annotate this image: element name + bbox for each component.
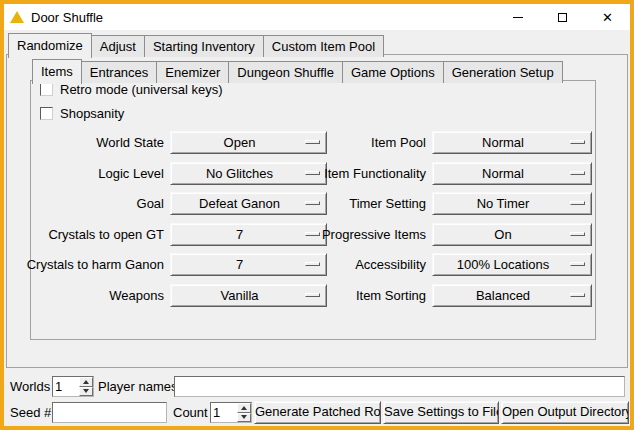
crystals-gt-label: Crystals to open GT — [14, 223, 164, 246]
count-input[interactable] — [211, 403, 237, 422]
checkbox-icon — [40, 107, 53, 120]
tab-enemizer[interactable]: Enemizer — [156, 61, 229, 83]
item-pool-dropdown[interactable]: Normal — [432, 131, 592, 154]
shopsanity-checkbox[interactable]: Shopsanity — [40, 106, 124, 121]
tab-items[interactable]: Items — [32, 59, 82, 84]
open-output-directory-button[interactable]: Open Output Directory — [501, 401, 629, 424]
dropdown-indicator-icon — [570, 232, 585, 236]
spin-down-icon — [83, 389, 89, 393]
outer-tab-bar: Randomize Adjust Starting Inventory Cust… — [8, 33, 384, 57]
accessibility-dropdown[interactable]: 100% Locations — [432, 253, 592, 276]
item-functionality-value: Normal — [433, 163, 591, 184]
spin-up-icon — [241, 406, 247, 410]
timer-setting-value: No Timer — [433, 193, 591, 214]
worlds-input[interactable] — [53, 377, 79, 396]
seed-input[interactable] — [52, 402, 167, 423]
progressive-items-dropdown[interactable]: On — [432, 223, 592, 246]
shopsanity-label: Shopsanity — [60, 106, 124, 121]
checkbox-icon — [40, 83, 53, 96]
dropdown-indicator-icon — [570, 140, 585, 144]
maximize-button[interactable] — [540, 4, 585, 30]
app-icon — [9, 9, 25, 25]
app-window: Door Shuffle ✕ Randomize Adjust Starting… — [0, 0, 634, 430]
count-spin-buttons — [237, 403, 251, 422]
worlds-spin-up[interactable] — [79, 377, 93, 387]
retro-mode-label: Retro mode (universal keys) — [60, 82, 223, 97]
maximize-icon — [558, 13, 567, 22]
retro-mode-checkbox[interactable]: Retro mode (universal keys) — [40, 82, 223, 97]
window-controls: ✕ — [495, 4, 630, 30]
goal-label: Goal — [14, 192, 164, 215]
minimize-button[interactable] — [495, 4, 540, 30]
tab-dungeon-shuffle[interactable]: Dungeon Shuffle — [228, 61, 343, 83]
worlds-label: Worlds — [10, 376, 50, 397]
save-settings-button[interactable]: Save Settings to File — [383, 401, 499, 424]
progressive-items-label: Progressive Items — [284, 223, 426, 246]
item-sorting-dropdown[interactable]: Balanced — [432, 284, 592, 307]
logic-level-label: Logic Level — [14, 162, 164, 185]
item-pool-label: Item Pool — [284, 131, 426, 154]
crystals-ganon-label: Crystals to harm Ganon — [14, 253, 164, 276]
inner-tab-bar: Items Entrances Enemizer Dungeon Shuffle… — [32, 59, 563, 83]
worlds-spin-down[interactable] — [79, 387, 93, 397]
timer-setting-dropdown[interactable]: No Timer — [432, 192, 592, 215]
window-content: Randomize Adjust Starting Inventory Cust… — [4, 30, 630, 426]
close-icon: ✕ — [602, 10, 613, 25]
worlds-spinner[interactable] — [52, 376, 94, 397]
close-button[interactable]: ✕ — [585, 4, 630, 30]
count-spin-up[interactable] — [237, 403, 251, 413]
accessibility-label: Accessibility — [284, 253, 426, 276]
player-names-label: Player names — [98, 376, 177, 397]
seed-label: Seed # — [10, 402, 51, 423]
spin-up-icon — [83, 380, 89, 384]
window-title: Door Shuffle — [31, 10, 103, 25]
item-sorting-value: Balanced — [433, 285, 591, 306]
worlds-spin-buttons — [79, 377, 93, 396]
tab-randomize[interactable]: Randomize — [8, 33, 92, 58]
item-functionality-label: Item Functionality — [284, 162, 426, 185]
tab-game-options[interactable]: Game Options — [342, 61, 444, 83]
weapons-label: Weapons — [14, 284, 164, 307]
timer-setting-label: Timer Setting — [284, 192, 426, 215]
world-state-label: World State — [14, 131, 164, 154]
generate-patched-rom-button[interactable]: Generate Patched Rom — [254, 401, 381, 424]
accessibility-value: 100% Locations — [433, 254, 591, 275]
player-names-input[interactable] — [174, 376, 625, 397]
item-functionality-dropdown[interactable]: Normal — [432, 162, 592, 185]
item-sorting-label: Item Sorting — [284, 284, 426, 307]
titlebar: Door Shuffle ✕ — [4, 4, 630, 30]
tab-generation-setup[interactable]: Generation Setup — [443, 61, 563, 83]
count-spin-down[interactable] — [237, 413, 251, 423]
count-spinner[interactable] — [210, 402, 252, 423]
minimize-icon — [513, 17, 523, 18]
dropdown-indicator-icon — [570, 293, 585, 297]
tab-starting-inventory[interactable]: Starting Inventory — [144, 35, 264, 57]
item-pool-value: Normal — [433, 132, 591, 153]
dropdown-indicator-icon — [570, 262, 585, 266]
tab-adjust[interactable]: Adjust — [91, 35, 145, 57]
dropdown-indicator-icon — [570, 171, 585, 175]
progressive-items-value: On — [433, 224, 591, 245]
dropdown-indicator-icon — [570, 201, 585, 205]
spin-down-icon — [241, 415, 247, 419]
count-label: Count — [173, 402, 208, 423]
tab-entrances[interactable]: Entrances — [81, 61, 158, 83]
tab-custom-item-pool[interactable]: Custom Item Pool — [263, 35, 384, 57]
